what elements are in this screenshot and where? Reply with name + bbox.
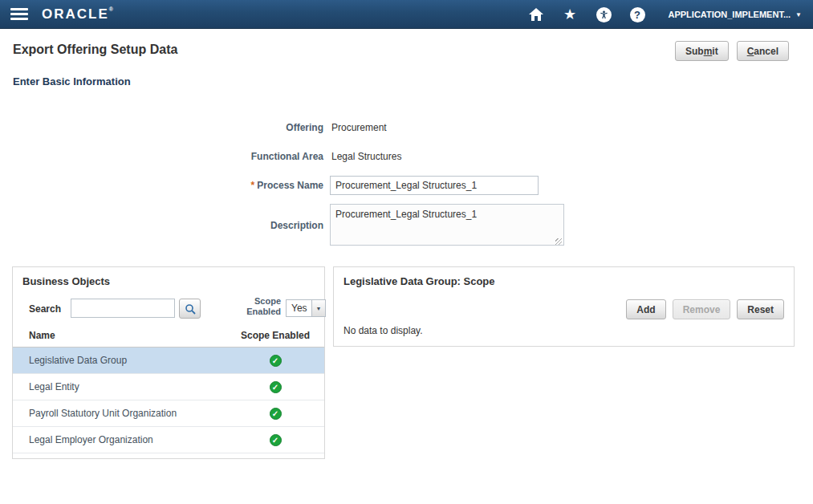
description-textarea[interactable]: Procurement_Legal Structures_1: [330, 204, 564, 246]
chevron-down-icon: ▼: [795, 11, 802, 18]
scope-enabled-check-icon: ✓: [270, 381, 282, 393]
scope-enabled-filter-dropdown-arrow-icon[interactable]: ▼: [311, 299, 326, 317]
business-objects-table-header: Name Scope Enabled: [13, 327, 324, 348]
search-input[interactable]: [71, 299, 175, 318]
offering-field-row: Offering Procurement: [128, 122, 387, 133]
search-button[interactable]: [179, 299, 201, 319]
favorites-star-icon[interactable]: ★: [562, 6, 578, 22]
user-menu-label: APPLICATION_IMPLEMENT...: [668, 10, 791, 19]
table-row[interactable]: Legislative Data Group ✓: [13, 348, 324, 374]
help-icon[interactable]: ?: [629, 6, 645, 22]
process-name-label: *Process Name: [128, 176, 323, 191]
scope-panel-title: Legislative Data Group: Scope: [343, 275, 495, 287]
reset-button[interactable]: Reset: [737, 299, 784, 319]
column-header-scope-enabled[interactable]: Scope Enabled: [228, 330, 323, 341]
home-icon[interactable]: [528, 6, 544, 22]
scope-enabled-check-icon: ✓: [270, 408, 282, 420]
scope-detail-panel: Legislative Data Group: Scope Add Remove…: [333, 266, 795, 347]
process-name-input[interactable]: [330, 176, 539, 195]
business-objects-panel: Business Objects Search Scope Enabled Ye…: [12, 266, 325, 459]
accessibility-icon[interactable]: [596, 6, 612, 22]
global-header: ORACLE® ★ ? APPLICATION_IMPLEMENT... ▼: [0, 0, 813, 29]
user-menu[interactable]: APPLICATION_IMPLEMENT... ▼: [668, 0, 802, 29]
scope-enabled-check-icon: ✓: [270, 434, 282, 446]
description-field-row: Description Procurement_Legal Structures…: [128, 204, 564, 249]
empty-table-message: No data to display.: [343, 325, 423, 336]
offering-value: Procurement: [331, 122, 387, 133]
cancel-button[interactable]: Cancel: [737, 41, 789, 61]
oracle-logo: ORACLE®: [42, 6, 113, 22]
required-marker: *: [251, 180, 255, 191]
scope-panel-actions: Add Remove Reset: [626, 299, 784, 319]
functional-area-value: Legal Structures: [331, 151, 401, 162]
business-objects-table-body: Legislative Data Group ✓ Legal Entity ✓ …: [13, 348, 324, 453]
column-header-name[interactable]: Name: [29, 330, 55, 341]
table-row[interactable]: Payroll Statutory Unit Organization ✓: [13, 400, 324, 427]
scope-enabled-check-icon: ✓: [270, 355, 282, 367]
navigator-menu-icon[interactable]: [10, 8, 28, 21]
application-window: ORACLE® ★ ? APPLICATION_IMPLEMENT... ▼ E…: [0, 0, 813, 504]
registered-mark: ®: [109, 6, 113, 12]
search-label: Search: [29, 303, 61, 315]
scope-enabled-filter-label: Scope Enabled: [234, 296, 281, 317]
description-label: Description: [128, 204, 323, 231]
global-header-icons: ★ ?: [528, 0, 645, 29]
table-row[interactable]: Legal Employer Organization ✓: [13, 427, 324, 453]
section-title: Enter Basic Information: [13, 75, 131, 87]
remove-button[interactable]: Remove: [673, 299, 731, 319]
add-button[interactable]: Add: [626, 299, 665, 319]
resize-handle-icon[interactable]: [555, 238, 562, 245]
page-actions: Submit Cancel: [675, 41, 789, 61]
process-name-field-row: *Process Name: [128, 176, 539, 195]
scope-enabled-filter-value[interactable]: Yes: [286, 299, 311, 317]
table-row[interactable]: Legal Entity ✓: [13, 374, 324, 400]
submit-button[interactable]: Submit: [675, 41, 729, 61]
functional-area-field-row: Functional Area Legal Structures: [128, 151, 401, 162]
functional-area-label: Functional Area: [128, 151, 323, 162]
search-icon: [185, 303, 196, 315]
offering-label: Offering: [128, 122, 323, 133]
business-objects-title: Business Objects: [22, 275, 110, 287]
page-title: Export Offering Setup Data: [13, 43, 177, 57]
oracle-logo-text: ORACLE: [42, 6, 109, 22]
